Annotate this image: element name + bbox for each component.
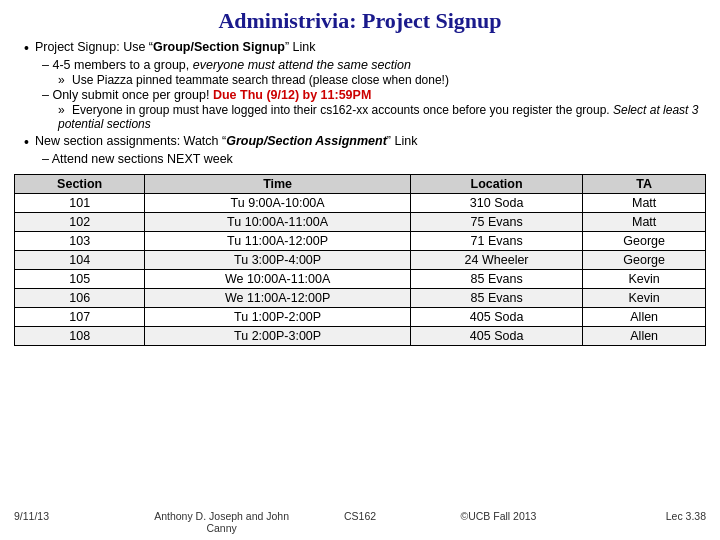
table-cell: 405 Soda — [410, 308, 582, 327]
section-table: Section Time Location TA 101Tu 9:00A-10:… — [14, 174, 706, 346]
table-cell: Allen — [583, 327, 706, 346]
sub-bullet-1-2-1: » Everyone in group must have logged int… — [58, 103, 706, 131]
table-cell: 75 Evans — [410, 213, 582, 232]
bullet-dot-2: • — [24, 134, 29, 150]
table-cell: 24 Wheeler — [410, 251, 582, 270]
sub-bullet-1-1-text: – 4-5 members to a group, everyone must … — [42, 58, 411, 72]
table-cell: George — [583, 251, 706, 270]
page: Administrivia: Project Signup • Project … — [0, 0, 720, 540]
col-header-section: Section — [15, 175, 145, 194]
table-cell: Allen — [583, 308, 706, 327]
table-row: 106We 11:00A-12:00P85 EvansKevin — [15, 289, 706, 308]
bullet-2: • New section assignments: Watch “Group/… — [24, 134, 706, 150]
table-cell: Tu 2:00P-3:00P — [145, 327, 410, 346]
table-cell: Tu 9:00A-10:00A — [145, 194, 410, 213]
bullet-1: • Project Signup: Use “Group/Section Sig… — [24, 40, 706, 56]
table-row: 105We 10:00A-11:00A85 EvansKevin — [15, 270, 706, 289]
table-cell: Matt — [583, 213, 706, 232]
footer-copyright: ©UCB Fall 2013 — [429, 510, 567, 534]
table-cell: 103 — [15, 232, 145, 251]
table-row: 103Tu 11:00A-12:00P71 EvansGeorge — [15, 232, 706, 251]
raquo-icon-2: » — [58, 103, 65, 117]
table-cell: Tu 1:00P-2:00P — [145, 308, 410, 327]
col-header-time: Time — [145, 175, 410, 194]
table-cell: Matt — [583, 194, 706, 213]
bullet-1-text: Project Signup: Use “Group/Section Signu… — [35, 40, 316, 54]
footer-course: CS162 — [291, 510, 429, 534]
footer-author: Anthony D. Joseph and John Canny — [152, 510, 290, 534]
table-cell: 105 — [15, 270, 145, 289]
table-cell: We 11:00A-12:00P — [145, 289, 410, 308]
table-cell: 85 Evans — [410, 270, 582, 289]
col-header-location: Location — [410, 175, 582, 194]
sub-bullet-1-2-1-text: Everyone in group must have logged into … — [58, 103, 698, 131]
col-header-ta: TA — [583, 175, 706, 194]
sub-bullet-1-1-1: » Use Piazza pinned teammate search thre… — [58, 73, 706, 87]
table-row: 108Tu 2:00P-3:00P405 SodaAllen — [15, 327, 706, 346]
table-cell: 101 — [15, 194, 145, 213]
raquo-icon: » — [58, 73, 65, 87]
table-cell: 106 — [15, 289, 145, 308]
table-cell: 85 Evans — [410, 289, 582, 308]
bullet-2-text: New section assignments: Watch “Group/Se… — [35, 134, 418, 148]
table-cell: Tu 3:00P-4:00P — [145, 251, 410, 270]
footer-lecture: Lec 3.38 — [568, 510, 706, 534]
table-cell: 107 — [15, 308, 145, 327]
table-cell: 102 — [15, 213, 145, 232]
page-title: Administrivia: Project Signup — [14, 8, 706, 34]
sub-bullet-1-2-text: – Only submit once per group! Due Thu (9… — [42, 88, 371, 102]
table-cell: Kevin — [583, 270, 706, 289]
table-cell: 104 — [15, 251, 145, 270]
table-row: 104Tu 3:00P-4:00P24 WheelerGeorge — [15, 251, 706, 270]
sub-bullet-1-1-1-text: Use Piazza pinned teammate search thread… — [72, 73, 449, 87]
table-row: 101Tu 9:00A-10:00A310 SodaMatt — [15, 194, 706, 213]
bullet-dot-1: • — [24, 40, 29, 56]
content-area: • Project Signup: Use “Group/Section Sig… — [14, 40, 706, 504]
table-row: 102Tu 10:00A-11:00A75 EvansMatt — [15, 213, 706, 232]
table-cell: Tu 11:00A-12:00P — [145, 232, 410, 251]
table-cell: 71 Evans — [410, 232, 582, 251]
table-cell: 405 Soda — [410, 327, 582, 346]
table-header-row: Section Time Location TA — [15, 175, 706, 194]
sub-bullet-2-1-text: – Attend new sections NEXT week — [42, 152, 233, 166]
table-cell: 310 Soda — [410, 194, 582, 213]
footer: 9/11/13 Anthony D. Joseph and John Canny… — [14, 508, 706, 534]
footer-date: 9/11/13 — [14, 510, 152, 534]
highlight-due-date: Due Thu (9/12) by 11:59PM — [213, 88, 371, 102]
table-cell: 108 — [15, 327, 145, 346]
table-cell: Tu 10:00A-11:00A — [145, 213, 410, 232]
sub-bullet-2-1: – Attend new sections NEXT week — [42, 152, 706, 166]
table-cell: We 10:00A-11:00A — [145, 270, 410, 289]
table-cell: George — [583, 232, 706, 251]
sub-bullet-1-2: – Only submit once per group! Due Thu (9… — [42, 88, 706, 102]
sub-bullet-1-1: – 4-5 members to a group, everyone must … — [42, 58, 706, 72]
table-row: 107Tu 1:00P-2:00P405 SodaAllen — [15, 308, 706, 327]
table-cell: Kevin — [583, 289, 706, 308]
